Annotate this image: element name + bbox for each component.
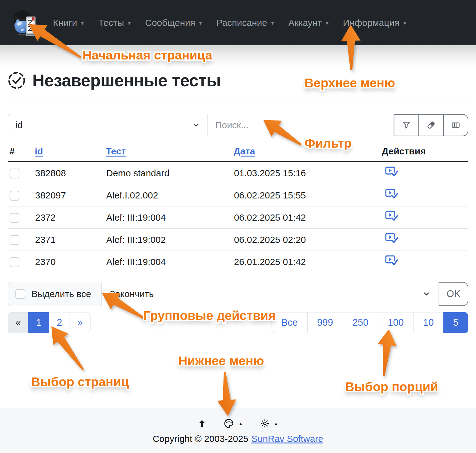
caret-down-icon: ▾ [81,20,84,27]
ok-button[interactable]: OK [439,282,468,306]
caret-down-icon: ▾ [271,20,274,27]
nav-menu-item-label: Информация [343,18,400,28]
bulk-action-value: Закончить [110,289,154,299]
col-header-actions: Действия [382,145,468,162]
pagination: « 1 2 » [8,312,91,333]
page-size-option[interactable]: 100 [378,312,414,333]
scroll-top-button[interactable] [198,419,206,428]
pagination-page[interactable]: 2 [49,312,70,333]
row-checkbox[interactable] [10,169,19,178]
col-header-test[interactable]: Тест [106,146,126,156]
col-header-date[interactable]: Дата [234,146,255,156]
theme-color-button[interactable]: ▲ [224,418,243,429]
sunrav-link[interactable]: SunRav Software [252,434,323,444]
cell-id: 2372 [35,206,106,229]
tests-table: # id Тест Дата Действия 382808 Demo stan… [8,145,468,273]
divider [8,103,468,103]
caret-down-icon: ▾ [128,20,131,27]
resume-test-icon[interactable] [385,255,398,266]
filter-bar: id [8,114,468,136]
filter-field-select[interactable]: id [8,114,208,136]
select-all-addon: Выделить все [8,282,102,306]
funnel-icon [401,120,411,130]
select-all-checkbox[interactable] [15,289,25,299]
palette-icon [224,418,234,429]
cell-date: 01.03.2025 15:16 [234,162,382,184]
page-title: Незавершенные тесты [32,71,221,90]
nav-menu-item[interactable]: Расписание ▾ [216,18,274,28]
page-size-option[interactable]: 10 [413,312,443,333]
bottom-menu: ▲ ▲ Copyright © 2003-2025 SunRav Softwar… [0,408,476,453]
incomplete-tests-icon [8,71,26,89]
row-checkbox[interactable] [10,213,19,223]
page-size-option[interactable]: Все [272,312,308,333]
nav-menu-item-label: Расписание [216,18,267,28]
row-checkbox[interactable] [10,191,19,201]
pagination-page[interactable]: « [8,312,29,333]
col-header-num: # [8,145,35,162]
nav-menu-item-label: Аккаунт [288,18,322,28]
page: Книги ▾ Тесты ▾ Сообщения ▾ Расписание ▾ [0,0,476,453]
resume-test-icon[interactable] [385,211,398,222]
search-input[interactable] [208,114,394,136]
table-row: 382097 Alef.I.02.002 06.02.2025 15:55 [8,184,468,206]
arrow-up-icon [198,419,206,428]
col-header-id[interactable]: id [35,146,43,156]
page-title-row: Незавершенные тесты [8,71,468,90]
nav-menu-item[interactable]: Аккаунт ▾ [288,18,329,28]
row-checkbox[interactable] [10,257,19,267]
cell-test: Demo standard [106,162,234,184]
cell-date: 26.01.2025 01:42 [234,251,382,273]
caret-up-icon: ▲ [274,421,278,426]
cell-date: 06.02.2025 15:55 [234,184,382,206]
brightness-button[interactable]: ▲ [260,419,278,428]
bulk-action-select[interactable]: Закончить [102,282,439,306]
row-checkbox[interactable] [10,235,19,245]
app-logo-icon[interactable] [12,8,36,38]
table-row: 2372 Alef: III:19:004 06.02.2025 01:42 [8,206,468,229]
nav-menu-item[interactable]: Сообщения ▾ [145,18,202,28]
caret-up-icon: ▲ [238,421,243,426]
page-size-option[interactable]: 250 [343,312,378,333]
pagination-page[interactable]: 1 [28,312,49,333]
annotation-label: Групповые действия [143,308,276,323]
nav-menu-item[interactable]: Тесты ▾ [98,18,131,28]
cell-id: 2371 [35,229,106,251]
cell-date: 06.02.2025 01:42 [234,206,382,229]
cell-id: 382097 [35,184,106,206]
columns-button[interactable] [443,114,468,136]
chevron-down-icon [192,121,200,129]
table-row: 2371 Alef: III:19:002 06.02.2025 02:20 [8,229,468,251]
resume-test-icon[interactable] [385,233,398,244]
select-all-label: Выделить все [31,289,91,299]
page-size-option[interactable]: 999 [307,312,343,333]
filter-field-value: id [15,120,22,130]
annotation-label: Верхнее меню [305,76,395,90]
cell-test: Alef: III:19:004 [106,206,234,229]
eraser-icon [426,120,436,130]
copyright-text: Copyright © 2003-2025 [153,434,248,444]
columns-icon [451,120,461,130]
table-row: 2370 Alef: III:19:004 26.01.2025 01:42 [8,251,468,273]
nav-menu-item-label: Книги [53,18,77,28]
pagination-page[interactable]: » [70,312,91,333]
resume-test-icon[interactable] [385,166,398,178]
nav-menu-item[interactable]: Информация ▾ [343,18,406,28]
caret-down-icon: ▾ [403,20,406,27]
top-menu: Книги ▾ Тесты ▾ Сообщения ▾ Расписание ▾ [53,18,406,28]
cell-id: 382808 [35,162,106,184]
annotation-label: Нижнее меню [178,354,264,368]
table-row: 382808 Demo standard 01.03.2025 15:16 [8,162,468,184]
filter-buttons [394,114,468,136]
hero-gradient [0,45,476,66]
clear-filter-button[interactable] [418,114,444,136]
nav-menu-item-label: Тесты [98,18,124,28]
page-size-option[interactable]: 5 [443,312,468,333]
top-navbar: Книги ▾ Тесты ▾ Сообщения ▾ Расписание ▾ [0,0,476,45]
nav-menu-item-label: Сообщения [145,18,195,28]
apply-filter-button[interactable] [394,114,419,136]
annotation-label: Выбор порций [345,380,438,394]
cell-test: Alef: III:19:004 [106,251,234,273]
resume-test-icon[interactable] [385,189,398,200]
nav-menu-item[interactable]: Книги ▾ [53,18,84,28]
